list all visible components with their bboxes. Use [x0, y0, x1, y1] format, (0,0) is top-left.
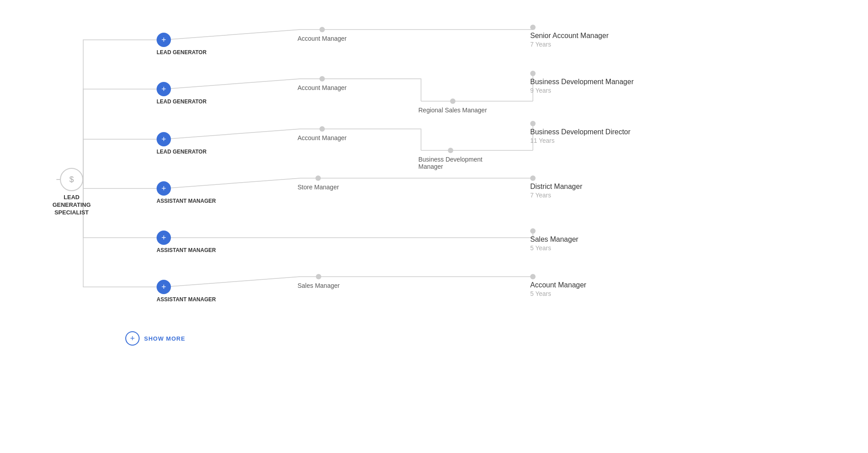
branch-node-b6: +ASSISTANT MANAGER [157, 280, 216, 303]
end-node-e2: Business Development Manager9 Years [530, 71, 634, 94]
branch-node-b2: +LEAD GENERATOR [157, 82, 207, 105]
mid-node-m2: Account Manager [298, 76, 347, 91]
root-label: LEAD GENERATING SPECIALIST [45, 194, 98, 217]
diagram-container: $ LEAD GENERATING SPECIALIST +LEAD GENER… [0, 0, 868, 453]
end-years-e4: 7 Years [530, 192, 551, 199]
mid-node-m5: Business Development Manager [418, 148, 482, 170]
branch-node-b5: +ASSISTANT MANAGER [157, 231, 216, 253]
mid-dot-m7 [316, 274, 321, 279]
end-dot-e6 [530, 274, 536, 279]
branch-label-b1: LEAD GENERATOR [157, 49, 207, 56]
end-title-e4: District Manager [530, 183, 582, 191]
branch-label-b4: ASSISTANT MANAGER [157, 198, 216, 204]
mid-label-m4: Account Manager [298, 134, 347, 141]
end-dot-e5 [530, 228, 536, 234]
end-node-e3: Business Development Director11 Years [530, 121, 630, 144]
mid-label-m6: Store Manager [298, 184, 339, 191]
branch-node-b4: +ASSISTANT MANAGER [157, 181, 216, 204]
end-years-e6: 5 Years [530, 290, 551, 297]
end-node-e5: Sales Manager5 Years [530, 228, 579, 252]
end-years-e5: 5 Years [530, 244, 551, 252]
mid-dot-m5 [448, 148, 453, 153]
end-title-e2: Business Development Manager [530, 78, 634, 86]
branch-circle-b5[interactable]: + [157, 231, 171, 245]
mid-dot-m2 [319, 76, 325, 81]
branch-label-b6: ASSISTANT MANAGER [157, 296, 216, 303]
root-node: $ LEAD GENERATING SPECIALIST [45, 168, 98, 217]
show-more-label: SHOW MORE [144, 335, 185, 342]
mid-label-m5: Business Development Manager [418, 156, 482, 170]
end-years-e1: 7 Years [530, 41, 551, 48]
branch-label-b3: LEAD GENERATOR [157, 149, 207, 155]
end-title-e5: Sales Manager [530, 235, 579, 244]
show-more-button[interactable]: +SHOW MORE [125, 331, 185, 346]
end-node-e4: District Manager7 Years [530, 175, 582, 199]
mid-label-m1: Account Manager [298, 35, 347, 42]
mid-dot-m6 [315, 175, 321, 181]
mid-node-m4: Account Manager [298, 126, 347, 141]
branch-circle-b4[interactable]: + [157, 181, 171, 196]
mid-label-m2: Account Manager [298, 84, 347, 91]
branch-label-b2: LEAD GENERATOR [157, 98, 207, 105]
mid-dot-m1 [319, 27, 325, 32]
end-years-e2: 9 Years [530, 87, 551, 94]
mid-node-m1: Account Manager [298, 27, 347, 42]
connections-svg [0, 0, 868, 453]
branch-node-b3: +LEAD GENERATOR [157, 132, 207, 155]
end-title-e1: Senior Account Manager [530, 32, 608, 40]
mid-dot-m4 [319, 126, 325, 132]
root-circle: $ [60, 168, 83, 191]
end-node-e1: Senior Account Manager7 Years [530, 25, 608, 48]
end-dot-e2 [530, 71, 536, 76]
end-years-e3: 11 Years [530, 137, 555, 144]
branch-circle-b1[interactable]: + [157, 33, 171, 47]
branch-circle-b2[interactable]: + [157, 82, 171, 96]
mid-label-m3: Regional Sales Manager [418, 107, 487, 114]
show-more-icon[interactable]: + [125, 331, 140, 346]
end-node-e6: Account Manager5 Years [530, 274, 586, 297]
end-title-e3: Business Development Director [530, 128, 630, 136]
end-dot-e3 [530, 121, 536, 126]
branch-node-b1: +LEAD GENERATOR [157, 33, 207, 56]
mid-dot-m3 [450, 98, 455, 104]
mid-node-m6: Store Manager [298, 175, 339, 191]
dollar-icon: $ [69, 175, 74, 184]
mid-node-m3: Regional Sales Manager [418, 98, 487, 114]
branch-circle-b3[interactable]: + [157, 132, 171, 146]
branch-label-b5: ASSISTANT MANAGER [157, 247, 216, 253]
branch-circle-b6[interactable]: + [157, 280, 171, 294]
end-dot-e1 [530, 25, 536, 30]
mid-label-m7: Sales Manager [298, 282, 340, 289]
mid-node-m7: Sales Manager [298, 274, 340, 289]
end-dot-e4 [530, 175, 536, 181]
end-title-e6: Account Manager [530, 281, 586, 289]
